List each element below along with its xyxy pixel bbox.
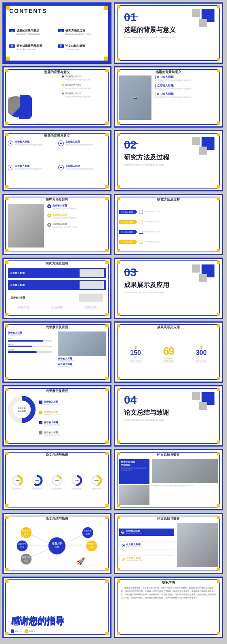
svg-line-18 — [30, 550, 48, 557]
slide-13-heading: 成果展示及应用 — [4, 389, 110, 393]
section-num-01: 01 — [124, 12, 137, 23]
section-title-01: 选题的背景与意义 — [124, 26, 176, 34]
slide-12-numbers: 成果展示及应用 🏆 150 ↑ 标题文字添加 单击此处添加文字 69 标题文字添… — [114, 321, 223, 383]
svg-text:添加: 添加 — [24, 533, 28, 535]
slide-11-heading: 成果展示及应用 — [4, 325, 110, 329]
slide-20-copyright: 版权声明 本模板来源于网络，仅供参考学习使用。模板中所有文字图片均可替换。如需商… — [114, 577, 223, 638]
slide-15-heading: 论文总结与致谢 — [4, 453, 110, 457]
slide-8-heading: 研究方法及过程 — [115, 197, 222, 202]
slide-7-heading: 研究方法及过程 — [4, 197, 110, 202]
svg-text:添加: 添加 — [86, 533, 90, 535]
contents-item-1: 01 选题的背景与意义 Background And Significance — [9, 29, 56, 42]
slide-12-heading: 成果展示及应用 — [115, 325, 222, 329]
slide-4-photo-grid: 选题的背景与意义 📷 点击输入标题 单击此处添加文字内容可根据需求更改字体颜色字… — [114, 66, 223, 128]
slide-18-heading: 论文总结与致谢 — [115, 516, 222, 521]
slide-19-thank-you: 感谢您的指导 标题文字 标题文字 感谢您的指导 — [2, 577, 111, 638]
slide-17-mindmap: 论文总结与致谢 标题文字 添加 数据文字 添加 标题文字 添加 标题文字 添加 — [2, 513, 111, 574]
contents-title: CONTENTS — [9, 8, 47, 14]
slide-2-section-title: 01 选题的背景与意义 template will help you. You … — [114, 2, 223, 64]
section-num-02: 02 — [124, 139, 137, 151]
slide-7-photo-list: 研究方法及过程 点击输入标题 单击此处添加文字内容可更改字体 点击输入标题 单击… — [2, 194, 111, 255]
svg-text:数据文字: 数据文字 — [88, 543, 96, 545]
svg-text:🚀: 🚀 — [76, 557, 85, 566]
slide-6-section-title: 02 研究方法及过程 template will help you. You c… — [114, 130, 223, 191]
slide-16-photo-text: 论文总结与致谢 单击此处添加文字内容 单击此处添加文字内容可根据需求更改字体颜色… — [114, 449, 223, 510]
svg-line-16 — [30, 535, 48, 542]
slide-8-arrows: 研究方法及过程 点击输入标题 单击此处添加文字内容 点击输入标题 单击此处添加文… — [114, 194, 223, 255]
slide-14-section-title: 04 论文总结与致谢 template will help you. You c… — [114, 385, 223, 447]
svg-text:添加: 添加 — [90, 546, 94, 548]
svg-text:标题文字: 标题文字 — [52, 542, 62, 545]
slide-9-heading: 研究方法及过程 — [4, 261, 110, 266]
slide-3-pie: 选题的背景与意义 CHART 51% 标题文字添加 单击此处添加文字内容单击此处… — [2, 66, 111, 128]
svg-text:添加: 添加 — [20, 546, 24, 548]
slide-16-heading: 论文总结与致谢 — [115, 453, 222, 457]
svg-text:添加: 添加 — [55, 546, 59, 548]
slide-18-checklist: 论文总结与致谢 点击输入标题 单击此处添加文字内容 点击输入标题 单击此处添加文… — [114, 513, 223, 574]
svg-line-19 — [65, 535, 84, 542]
contents-item-2: 02 研究方法及过程 Research Methods And Process — [58, 29, 105, 42]
contents-item-4: 04 论文总结与致谢 Thesis Summary — [58, 44, 105, 57]
svg-text:标题文字: 标题文字 — [22, 556, 30, 558]
slide-10-section-title: 03 成果展示及应用 template will help you. You c… — [114, 258, 223, 319]
copyright-text: 本模板来源于网络，仅供参考学习使用。模板中所有文字图片均可替换。如需商业使用请购… — [121, 587, 216, 600]
slide-9-blue-items: 研究方法及过程 点击输入标题 点击输入标题 点击输入标题 点击输入标题 单击此处… — [2, 258, 111, 319]
svg-text:标题文字: 标题文字 — [18, 543, 26, 545]
slide-20-heading: 版权声明 — [115, 580, 222, 585]
svg-text:数据文字: 数据文字 — [22, 529, 30, 532]
slide-4-heading: 选题的背景与意义 — [115, 70, 222, 74]
slide-17-heading: 论文总结与致谢 — [4, 516, 110, 521]
svg-text:标题文字: 标题文字 — [83, 529, 92, 532]
svg-text:添加: 添加 — [24, 559, 28, 562]
slide-1-contents: CONTENTS 01 选题的背景与意义 Background And Sign… — [2, 2, 111, 64]
slide-3-heading: 选题的背景与意义 — [4, 70, 110, 74]
contents-item-3: 03 研究成果展示及应用 Display And Application — [9, 44, 56, 57]
slide-11-bar-chart: 成果展示及应用 点击输入标题 单击此处添加文字 PART01 PART02 PA… — [2, 321, 111, 383]
slide-5-heading: 选题的背景与意义 — [4, 134, 110, 138]
section-title-02: 研究方法及过程 — [124, 153, 169, 161]
section-sub-01: template will help you. You can replace … — [124, 36, 177, 39]
slide-13-donut-list: 成果展示及应用 单击此处输入标题 点击输入标题 单击此处添加文字内容 点击输入标… — [2, 385, 111, 447]
slide-15-donut-row: 论文总结与致谢 43% 标题文字添加 60% 标题文字添加 — [2, 449, 111, 510]
slide-5-icon-grid: 选题的背景与意义 点击输入标题 单击此处添加文字内容可根据需求更改 点击输入标题… — [2, 130, 111, 191]
